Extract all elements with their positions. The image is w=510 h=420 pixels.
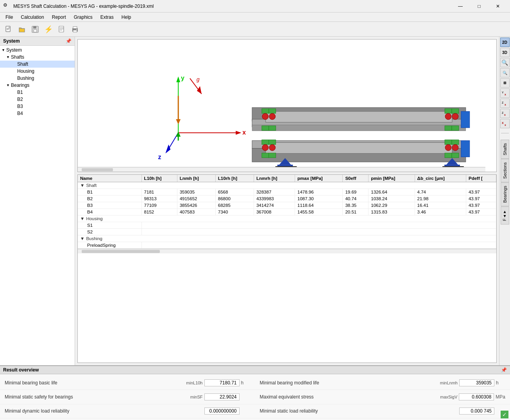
svg-rect-5 [33,26,36,29]
svg-rect-60 [452,140,459,144]
app-icon: ⚙ [3,2,11,10]
b4-l10h: 8152 [141,209,177,215]
calculate-button[interactable]: ⚡ [42,23,55,36]
result-value-extra2: 0.000 745 [459,407,494,415]
tree-item-bushing[interactable]: Bushing [0,75,75,82]
table-row[interactable]: B3 77109 3855426 68285 3414274 1118.64 3… [78,202,496,209]
svg-rect-34 [252,125,466,131]
menu-graphics[interactable]: Graphics [70,13,97,22]
svg-text:Y: Y [502,91,504,94]
print-button[interactable] [69,23,81,36]
tree-item-shaft[interactable]: Shaft [0,61,75,68]
table-scrollbar[interactable] [78,249,496,253]
view-zx2-button[interactable]: Zx [500,109,510,118]
maximize-button[interactable]: □ [470,0,488,13]
zoom-fit-button[interactable]: ⊞ [500,78,510,88]
svg-text:x: x [505,103,506,106]
tree-label-shaft: Shaft [17,61,28,67]
col-pmax[interactable]: pmax [MPa] [295,175,343,182]
menu-calculation[interactable]: Calculation [17,13,48,22]
right-toolbar: 2D 3D 🔍 🔍 ⊞ Yx Zx Zx Xx Shafts Sections … [499,37,510,365]
result-unit-minlnmh: h [496,380,505,386]
col-name[interactable]: Name [78,175,141,182]
expand-icon [13,111,17,115]
b2-s0eff: 40.74 [343,196,369,202]
expand-icon [13,97,17,101]
tree-item-b2[interactable]: B2 [0,96,75,103]
tree-item-b4[interactable]: B4 [0,110,75,117]
tree-item-shafts[interactable]: ▼ Shafts [0,54,75,61]
menu-report[interactable]: Report [48,13,70,22]
table-row[interactable]: B4 8152 407583 7340 367008 1455.58 20.51… [78,209,496,215]
result-overview-pin[interactable]: 📌 [501,367,507,373]
tab-shafts[interactable]: Shafts [501,140,509,159]
tree-item-system[interactable]: ▼ System [0,47,75,54]
table-row[interactable]: S1 [78,222,496,229]
col-pmin[interactable]: pmin [MPa] [369,175,415,182]
result-key-minl10h: minL10h [186,381,202,385]
menu-help[interactable]: Help [118,13,135,22]
col-dbcirc[interactable]: Δb_circ [μm] [415,175,466,182]
col-lnmh[interactable]: Lnmh [h] [177,175,215,182]
expand-icon [13,104,17,108]
b3-pmax: 1118.64 [295,202,343,209]
tree-item-b1[interactable]: B1 [0,89,75,96]
tree-item-b3[interactable]: B3 [0,103,75,110]
tree-label-b1: B1 [17,90,23,95]
shaft-diagram: y g x z [78,39,496,172]
horizontal-scrollbar[interactable] [78,167,485,172]
view-yx-button[interactable]: Yx [500,88,510,98]
sidebar-header: System 📌 [0,37,75,46]
view-zx-button[interactable]: Zx [500,99,510,108]
save-button[interactable] [29,23,41,36]
table-row[interactable]: PreloadSpring [78,242,496,249]
data-table-area: Name L10h [h] Lnmh [h] L10rh [h] Lnmrh [… [77,174,497,363]
col-l10rh[interactable]: L10rh [h] [215,175,254,182]
expand-icon: ▼ [6,55,11,59]
zoom-in-button[interactable]: 🔍 [500,58,510,67]
menu-file[interactable]: File [2,13,17,22]
svg-rect-54 [269,140,276,144]
table-row[interactable]: S2 [78,229,496,235]
open-button[interactable] [16,23,28,36]
minimize-button[interactable]: — [451,0,469,13]
result-unit-minl10h: h [241,380,251,386]
tree-item-bearings[interactable]: ▼ Bearings [0,82,75,89]
tab-bearings[interactable]: Bearings [501,182,509,206]
sidebar-title: System [3,38,20,44]
sidebar-pin-icon[interactable]: 📌 [66,38,72,44]
window-title: MESYS Shaft Calculation - MESYS AG - exa… [13,4,451,9]
result-row-extra2: Minimal static load reliability 0.000 74… [255,404,510,418]
b4-pdeff: 43.97 [466,209,496,215]
report-button[interactable] [55,23,68,36]
view-3d-button[interactable]: 3D [500,48,510,57]
tree-item-housing[interactable]: Housing [0,68,75,75]
result-label-extra1: Minimal dynamic load reliability [5,408,204,414]
svg-rect-51 [461,111,470,128]
tab-sections[interactable]: Sections [501,159,509,182]
table-row[interactable]: B2 98313 4915652 86800 4339983 1087.30 4… [78,196,496,202]
b2-dbcirc: 21.98 [415,196,466,202]
table-row[interactable]: B1 7181 359035 6568 328387 1478.96 19.69… [78,189,496,196]
b1-lnmh: 359035 [177,189,215,196]
svg-text:Z: Z [502,111,504,114]
svg-rect-39 [262,109,269,113]
result-value-minl10h: 7180.71 [204,379,240,386]
svg-rect-52 [461,140,470,157]
view-xx-button[interactable]: Xx [500,119,510,128]
close-button[interactable]: ✕ [489,0,507,13]
new-button[interactable] [2,23,15,36]
result-value-minlnmh: 359035 [459,379,494,386]
view-2d-button[interactable]: 2D [500,38,510,47]
b1-pmin: 1326.64 [369,189,415,196]
b4-lnmrh: 367008 [254,209,295,215]
tab-f[interactable]: F▲▼ [501,206,509,224]
col-s0eff[interactable]: S0eff [343,175,369,182]
svg-point-63 [445,144,451,151]
col-pdeff[interactable]: Pdeff [ [466,175,496,182]
col-lnmrh[interactable]: Lnmrh [h] [254,175,295,182]
menu-extras[interactable]: Extras [97,13,118,22]
svg-rect-12 [73,27,77,29]
col-l10h[interactable]: L10h [h] [141,175,177,182]
zoom-out-button[interactable]: 🔍 [500,68,510,77]
